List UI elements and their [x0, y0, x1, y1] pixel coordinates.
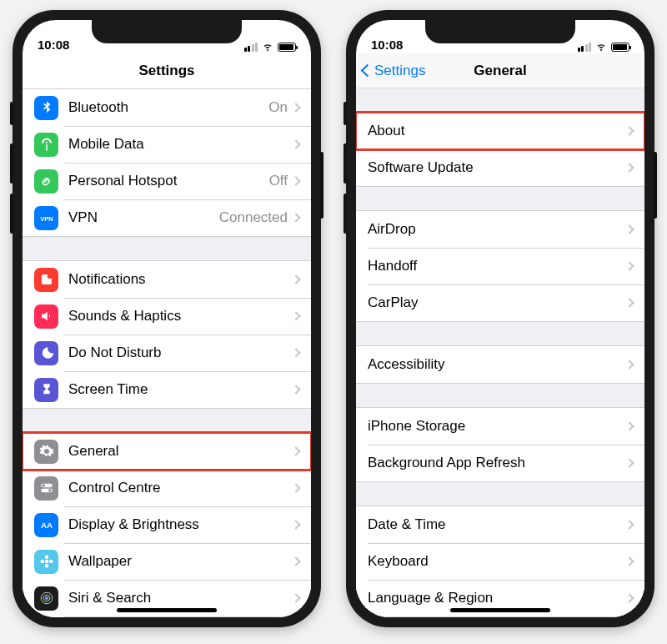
row-mobile-data[interactable]: Mobile Data	[23, 126, 311, 163]
row-label: Keyboard	[368, 553, 626, 570]
row-display[interactable]: Display & Brightness	[23, 506, 311, 543]
wifi-icon	[594, 42, 608, 52]
chevron-right-icon	[291, 385, 300, 394]
row-date-time[interactable]: Date & Time	[356, 506, 644, 543]
chevron-right-icon	[291, 311, 300, 320]
row-dictionary[interactable]: Dictionary	[356, 616, 644, 617]
page-title: General	[474, 63, 526, 79]
row-label: Software Update	[368, 159, 626, 176]
row-accessibility[interactable]: Accessibility	[356, 346, 644, 383]
row-label: iPhone Storage	[368, 418, 626, 435]
signal-icon	[578, 43, 592, 52]
row-label: Screen Time	[68, 381, 293, 398]
row-label: Sounds & Haptics	[68, 308, 293, 325]
row-software-update[interactable]: Software Update	[356, 149, 644, 186]
moon-icon	[34, 341, 58, 365]
row-airdrop[interactable]: AirDrop	[356, 211, 644, 248]
link-icon	[34, 169, 58, 194]
volume-down	[344, 194, 347, 234]
chevron-right-icon	[291, 103, 300, 112]
general-list[interactable]: AboutSoftware UpdateAirDropHandoffCarPla…	[356, 88, 644, 617]
row-keyboard[interactable]: Keyboard	[356, 543, 644, 580]
flower-icon	[34, 550, 58, 574]
row-label: Wallpaper	[68, 553, 293, 570]
wifi-icon	[261, 42, 274, 52]
chevron-right-icon	[624, 458, 634, 467]
row-label: Mobile Data	[68, 136, 293, 153]
row-carplay[interactable]: CarPlay	[356, 284, 644, 321]
phone-left: 10:08 Settings BluetoothOnMobile DataPer…	[13, 10, 321, 627]
row-label: Do Not Disturb	[68, 345, 293, 361]
row-control-centre[interactable]: Control Centre	[23, 470, 311, 506]
row-label: Personal Hotspot	[68, 173, 269, 189]
battery-icon	[278, 43, 296, 52]
home-indicator[interactable]	[117, 608, 217, 612]
aa-icon	[34, 513, 58, 537]
chevron-right-icon	[291, 176, 300, 185]
row-sounds[interactable]: Sounds & Haptics	[23, 298, 311, 335]
chevron-right-icon	[291, 274, 300, 284]
row-label: Notifications	[68, 271, 293, 288]
phone-right: 10:08 Settings General AboutSoftware Upd…	[346, 10, 654, 627]
row-vpn[interactable]: VPNConnected	[23, 199, 311, 236]
chevron-right-icon	[291, 446, 300, 455]
mute-switch	[10, 102, 13, 125]
signal-icon	[244, 43, 258, 52]
row-hotspot[interactable]: Personal HotspotOff	[23, 163, 311, 199]
home-indicator[interactable]	[450, 608, 550, 612]
chevron-right-icon	[624, 421, 634, 430]
chevron-right-icon	[624, 556, 634, 566]
volume-up	[10, 143, 13, 184]
battery-icon	[611, 43, 629, 52]
row-handoff[interactable]: Handoff	[356, 248, 644, 284]
row-bg-refresh[interactable]: Background App Refresh	[356, 445, 644, 481]
chevron-right-icon	[291, 348, 300, 357]
cellular-icon	[34, 133, 58, 157]
row-label: Control Centre	[68, 480, 293, 496]
chevron-right-icon	[624, 360, 634, 369]
row-general[interactable]: General	[23, 433, 311, 470]
switches-icon	[34, 476, 58, 501]
chevron-right-icon	[624, 261, 634, 270]
row-label: Handoff	[368, 258, 626, 274]
siri-icon	[34, 586, 58, 611]
sounds-icon	[34, 304, 58, 329]
row-screentime[interactable]: Screen Time	[23, 371, 311, 408]
row-label: Background App Refresh	[368, 455, 626, 471]
row-faceid[interactable]: Face ID & Passcode	[23, 616, 311, 617]
row-iphone-storage[interactable]: iPhone Storage	[356, 408, 644, 445]
chevron-left-icon	[361, 64, 374, 78]
chevron-right-icon	[624, 298, 634, 307]
row-label: Accessibility	[368, 356, 626, 373]
chevron-right-icon	[291, 483, 300, 492]
chevron-right-icon	[624, 520, 634, 529]
status-time: 10:08	[38, 38, 69, 52]
status-time: 10:08	[371, 38, 403, 52]
hourglass-icon	[34, 378, 58, 402]
row-about[interactable]: About	[356, 113, 644, 149]
row-value: Off	[269, 173, 288, 189]
row-wallpaper[interactable]: Wallpaper	[23, 543, 311, 580]
settings-list[interactable]: BluetoothOnMobile DataPersonal HotspotOf…	[23, 88, 311, 617]
row-label: Bluetooth	[68, 99, 268, 116]
volume-down	[10, 194, 13, 234]
page-title: Settings	[138, 63, 194, 79]
row-bluetooth[interactable]: BluetoothOn	[23, 89, 311, 126]
row-label: Language & Region	[368, 590, 626, 606]
row-label: Siri & Search	[68, 590, 293, 606]
notch	[425, 20, 575, 43]
notifications-icon	[34, 268, 58, 292]
chevron-right-icon	[291, 593, 300, 602]
row-value: Connected	[219, 209, 288, 226]
chevron-right-icon	[624, 593, 634, 602]
row-label: General	[68, 443, 293, 460]
chevron-right-icon	[291, 139, 300, 148]
back-button[interactable]: Settings	[363, 53, 425, 88]
row-value: On	[268, 99, 288, 116]
row-dnd[interactable]: Do Not Disturb	[23, 335, 311, 371]
mute-switch	[344, 102, 347, 125]
row-notifications[interactable]: Notifications	[23, 261, 311, 298]
row-label: About	[368, 123, 626, 139]
chevron-right-icon	[291, 520, 300, 529]
back-label: Settings	[374, 63, 425, 79]
